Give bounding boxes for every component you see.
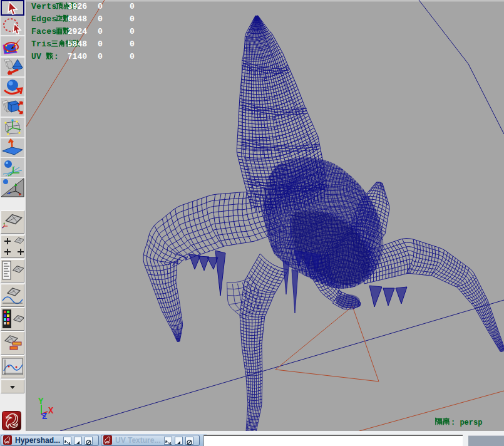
svg-text:5848: 5848 [68,39,87,49]
svg-text:0: 0 [98,14,103,24]
svg-text:Edges: Edges [31,14,57,24]
svg-text:UV: UV [31,52,41,61]
svg-text:0: 0 [130,52,135,61]
svg-text:: persp: : persp [451,418,482,427]
svg-text:Tris: Tris [31,39,51,49]
svg-text:7140: 7140 [68,52,87,61]
svg-text:0: 0 [98,2,103,11]
svg-text:2924: 2924 [68,27,87,36]
svg-text:0: 0 [98,39,103,49]
svg-text:Z: Z [42,412,47,422]
svg-text:0: 0 [130,27,135,36]
svg-text:X: X [48,406,54,416]
svg-text::: : [54,52,59,61]
svg-text:Faces: Faces [31,27,57,36]
svg-text:Y: Y [38,397,44,407]
svg-text:0: 0 [98,27,103,36]
svg-text:0: 0 [98,52,103,61]
svg-text:0: 0 [130,2,135,11]
svg-text:6848: 6848 [68,14,87,24]
svg-text:0: 0 [130,39,135,49]
svg-text:Verts: Verts [31,2,57,11]
svg-text:3926: 3926 [68,2,87,11]
svg-text:0: 0 [130,14,135,24]
